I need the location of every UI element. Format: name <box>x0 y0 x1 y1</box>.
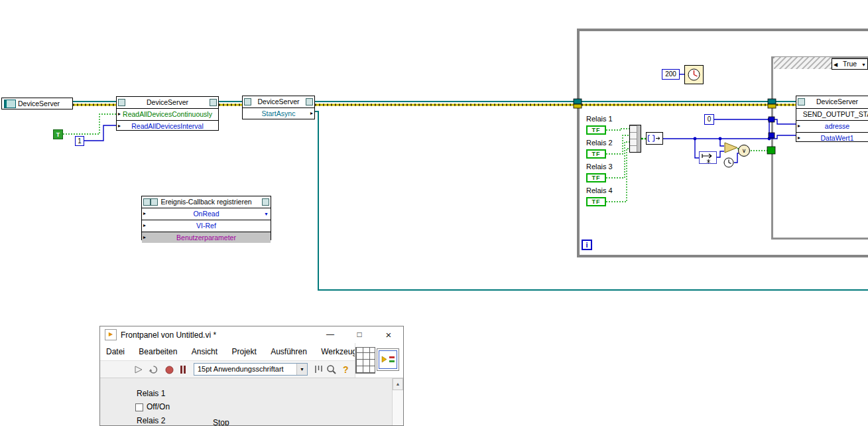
chevron-down-icon[interactable]: ▼ <box>264 209 269 220</box>
boolean-wire <box>63 114 116 134</box>
feedback-node-icon <box>699 151 717 164</box>
callback-node-icon <box>262 198 269 206</box>
maximize-button[interactable]: □ <box>345 326 374 343</box>
boolean-wire <box>606 142 629 178</box>
interval-numeric-constant[interactable]: 1 <box>75 136 84 146</box>
relais2-boolean-constant[interactable]: TF <box>586 149 606 159</box>
menu-bearbeiten[interactable]: Bearbeiten <box>133 343 183 360</box>
onoff-label: Off/On <box>147 402 170 411</box>
abort-icon <box>165 366 174 374</box>
context-help-button[interactable]: ? <box>343 364 349 375</box>
relais3-label: Relais 3 <box>586 163 613 171</box>
menu-datei[interactable]: Datei <box>100 343 131 360</box>
wait-ms-function[interactable] <box>684 65 704 87</box>
loop-tunnel-error[interactable] <box>574 104 582 108</box>
menu-werkzeuge[interactable]: Werkzeuge <box>315 343 355 360</box>
menu-projekt[interactable]: Projekt <box>225 343 262 360</box>
case-tunnel-reference[interactable] <box>768 99 776 104</box>
property2-label: ReadAllDevicesInterval <box>131 122 204 130</box>
invoke-node-header: DeviceServer <box>243 96 314 108</box>
wire-junction <box>694 137 697 141</box>
reorder-button[interactable] <box>326 364 337 377</box>
boolean-true-constant[interactable]: T <box>53 129 63 139</box>
onoff-checkbox[interactable] <box>135 403 143 411</box>
zero-numeric-constant[interactable]: 0 <box>704 114 714 125</box>
refnum-label: DeviceServer <box>18 98 60 109</box>
menu-ansicht[interactable]: Ansicht <box>186 343 223 360</box>
boolean-array-to-number-function[interactable] <box>646 132 663 147</box>
param-datawert1[interactable]: ▸ DataWert1 <box>796 132 868 143</box>
run-continuously-button[interactable] <box>148 364 159 377</box>
case-prev-icon[interactable]: ◀ <box>834 60 837 70</box>
wait-ms-constant[interactable]: 200 <box>662 69 680 80</box>
callback-row-onread[interactable]: ▸ OnRead ▼ <box>142 208 271 220</box>
connector-pane-grid-icon[interactable] <box>355 347 375 374</box>
benutzerparameter-label: Benutzerparameter <box>176 234 236 242</box>
input-arrow-icon: ▸ <box>118 121 121 131</box>
bool-to-num-icon <box>646 132 663 145</box>
case-tunnel-error[interactable] <box>768 104 776 108</box>
time-function[interactable] <box>723 157 734 171</box>
output-arrow-icon: ▸ <box>310 108 313 119</box>
align-objects-button[interactable] <box>314 364 324 376</box>
relais4-boolean-constant[interactable]: TF <box>586 197 606 206</box>
relais1-label: Relais 1 <box>586 115 613 123</box>
relais2-label: Relais 2 <box>586 139 613 147</box>
panel-relais2-label: Relais 2 <box>137 416 165 425</box>
numeric-wire <box>717 151 724 157</box>
or-symbol-icon: ∨ <box>742 147 747 154</box>
deviceserver-property-node[interactable]: DeviceServer ▸ ReadAllDevicesContinuousl… <box>116 96 219 131</box>
input-arrow-icon: ▸ <box>798 133 800 143</box>
method-label: SEND_OUTPUT_STA <box>803 110 868 118</box>
case-tunnel-numeric[interactable] <box>769 117 775 122</box>
run-button[interactable] <box>133 364 144 377</box>
case-selector-label[interactable]: ◀ True ▼ <box>832 58 868 70</box>
vertical-scrollbar[interactable]: ▲ <box>392 378 403 425</box>
run-continuous-icon <box>148 364 159 375</box>
param-adresse[interactable]: ▸ adresse <box>796 120 868 132</box>
callback-row-viref[interactable]: ▸ VI-Ref <box>142 220 271 232</box>
comparison-function[interactable] <box>724 142 738 156</box>
method-send-output[interactable]: SEND_OUTPUT_STA <box>796 109 868 120</box>
stop-button-label[interactable]: Stop <box>213 418 229 425</box>
font-selector[interactable]: 15pt Anwendungsschriftart ▼ <box>194 363 308 376</box>
scroll-up-icon[interactable]: ▲ <box>393 378 403 390</box>
or-function[interactable]: ∨ <box>738 145 750 157</box>
relais1-boolean-constant[interactable]: TF <box>586 125 606 135</box>
invoke-node-icon <box>798 98 805 106</box>
callback-node-title: Ereignis-Callback registrieren <box>160 198 251 206</box>
input-arrow-icon: ▸ <box>143 208 146 219</box>
chevron-down-icon[interactable]: ▼ <box>861 60 866 70</box>
feedback-node[interactable] <box>699 151 717 167</box>
loop-tunnel-reference[interactable] <box>574 99 582 104</box>
front-panel-area: Relais 1 Off/On Relais 2 Stop ▲ <box>100 378 403 425</box>
property-node-icon <box>210 99 217 106</box>
property-read-all-interval[interactable]: ▸ ReadAllDevicesInterval <box>117 120 218 131</box>
property-read-all-continuously[interactable]: ▸ ReadAllDevicesContinuously <box>117 109 218 120</box>
loop-iteration-terminal[interactable]: i <box>582 240 592 250</box>
menu-ausfuehren[interactable]: Ausführen <box>265 343 313 360</box>
window-title-bar[interactable]: ▶ Frontpanel von Untitled.vi * — □ × <box>100 326 403 343</box>
method-startasync[interactable]: StartAsync ▸ <box>243 108 314 119</box>
startasync-invoke-node[interactable]: DeviceServer StartAsync ▸ <box>242 96 315 119</box>
close-button[interactable]: × <box>374 326 403 343</box>
register-event-callback-node[interactable]: Ereignis-Callback registrieren ▸ OnRead … <box>141 196 271 240</box>
labview-app-icon: ▶ <box>105 329 117 340</box>
callback-row-benutzerparameter[interactable]: ▸ Benutzerparameter <box>142 232 271 243</box>
abort-button[interactable] <box>165 366 174 376</box>
deviceserver-refnum-constant[interactable]: DeviceServer <box>1 98 73 109</box>
case-tunnel-numeric[interactable] <box>769 133 775 138</box>
build-array-function[interactable] <box>629 125 641 153</box>
case-selector-tunnel[interactable] <box>767 147 775 154</box>
send-output-invoke-node[interactable]: DeviceServer SEND_OUTPUT_STA ▸ adresse ▸… <box>796 96 868 142</box>
input-arrow-icon: ▸ <box>143 220 146 231</box>
font-selector-value: 15pt Anwendungsschriftart <box>198 365 284 373</box>
chevron-down-icon[interactable]: ▼ <box>296 364 307 375</box>
relais3-boolean-constant[interactable]: TF <box>586 173 606 182</box>
onread-label: OnRead <box>193 210 219 218</box>
vi-icon-pane <box>355 343 403 378</box>
pause-button[interactable] <box>180 366 186 376</box>
panel-relais1-label: Relais 1 <box>137 389 165 398</box>
vi-icon[interactable] <box>377 348 399 373</box>
minimize-button[interactable]: — <box>316 326 345 343</box>
